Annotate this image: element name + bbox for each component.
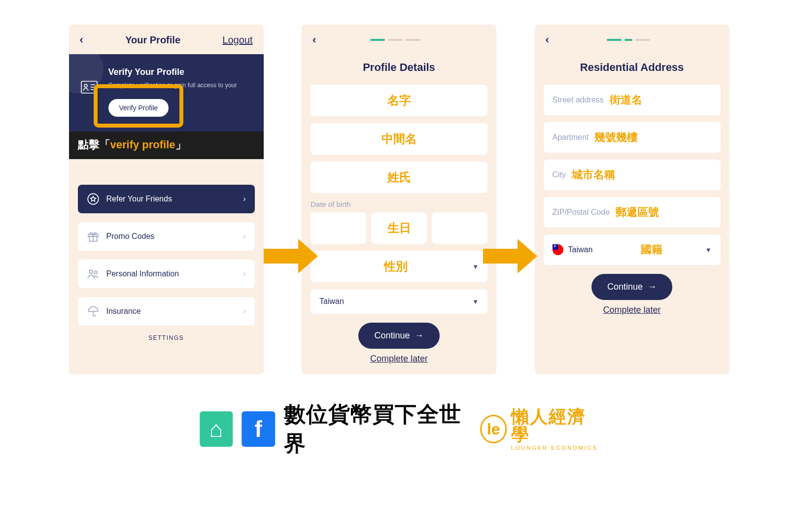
overlay-label: 國籍 xyxy=(598,242,705,257)
overlay-label: 名字 xyxy=(319,93,479,108)
callout-suffix: 」 xyxy=(175,138,186,151)
menu-item-refer[interactable]: Refer Your Friends › xyxy=(78,185,255,213)
chevron-down-icon: ▼ xyxy=(472,298,479,305)
menu-label: Promo Codes xyxy=(106,232,243,241)
placeholder: City xyxy=(553,170,566,179)
callout-highlight: verify profile xyxy=(110,138,175,151)
middle-name-field[interactable]: 中間名 xyxy=(311,123,487,155)
apartment-field[interactable]: Apartment 幾號幾樓 xyxy=(544,122,721,153)
screen-residential-address: ‹ Residential Address Street address 街道名… xyxy=(535,25,729,374)
overlay-label: 姓氏 xyxy=(319,169,479,185)
header: ‹ xyxy=(535,25,729,49)
arrow-right-icon: → xyxy=(415,331,424,341)
arrow-right-icon: → xyxy=(648,282,657,292)
first-name-field[interactable]: 名字 xyxy=(311,85,487,116)
app-logo-icon: ⌂ xyxy=(200,411,233,447)
progress-bar xyxy=(538,39,719,41)
page-title: Residential Address xyxy=(535,61,729,74)
lounger-en-text: LOUNGER ECONOMICS xyxy=(511,445,599,451)
form: Street address 街道名 Apartment 幾號幾樓 City 城… xyxy=(535,85,729,265)
menu-item-personal[interactable]: Personal Information › xyxy=(78,260,255,288)
svg-point-6 xyxy=(94,271,97,273)
chevron-right-icon: › xyxy=(243,232,245,241)
page-title: Profile Details xyxy=(302,61,496,74)
callout-prefix: 點擊「 xyxy=(78,138,110,151)
overlay-label: 街道名 xyxy=(610,93,642,107)
verify-desc: Complete verification to gain full acces… xyxy=(108,81,254,90)
annotation-arrow-2 xyxy=(483,239,537,273)
lounger-cn-text: 懶人經濟學 xyxy=(511,408,599,443)
id-card-icon xyxy=(81,81,98,94)
verify-profile-button[interactable]: Verify Profile xyxy=(108,99,169,117)
city-field[interactable]: City 城市名稱 xyxy=(544,160,721,190)
button-label: Continue xyxy=(374,331,410,341)
country-select[interactable]: Taiwan 國籍 ▼ xyxy=(544,234,721,265)
taiwan-flag-icon xyxy=(553,244,563,255)
street-field[interactable]: Street address 街道名 xyxy=(544,85,721,115)
lounger-economics-logo: le 懶人經濟學 LOUNGER ECONOMICS xyxy=(480,408,598,451)
progress-step-2 xyxy=(388,39,403,41)
selected-value: Taiwan xyxy=(568,245,593,254)
dob-month-field[interactable]: 生日 xyxy=(371,212,427,244)
chevron-right-icon: › xyxy=(243,195,245,203)
progress-step-3 xyxy=(635,39,650,41)
verify-title: Verify Your Profile xyxy=(108,67,254,77)
progress-step-3 xyxy=(406,39,420,41)
overlay-label: 性別 xyxy=(319,259,472,274)
last-name-field[interactable]: 姓氏 xyxy=(311,162,487,193)
selected-value: Taiwan xyxy=(319,297,472,306)
page-title: Your Profile xyxy=(125,34,180,46)
verify-card: Verify Your Profile Complete verificatio… xyxy=(69,54,264,132)
screen-profile-details: ‹ Profile Details 名字 中間名 姓氏 Date of birt… xyxy=(302,25,496,374)
menu-item-insurance[interactable]: Insurance › xyxy=(78,297,255,326)
annotation-callout: 點擊「verify profile」 xyxy=(69,132,264,159)
menu-label: Insurance xyxy=(106,307,243,316)
svg-point-1 xyxy=(84,84,87,87)
menu-list: Refer Your Friends › Promo Codes › Perso… xyxy=(69,159,264,341)
placeholder: ZIP/Postal Code xyxy=(553,208,610,217)
continue-button[interactable]: Continue→ xyxy=(591,274,672,300)
footer-slogan: 數位貨幣買下全世界 xyxy=(284,400,471,458)
header: ‹ xyxy=(302,25,496,49)
button-label: Continue xyxy=(607,282,643,292)
overlay-label: 郵遞區號 xyxy=(616,205,659,220)
complete-later-link[interactable]: Complete later xyxy=(302,354,496,364)
facebook-icon: f xyxy=(242,411,275,447)
dob-row: 生日 xyxy=(302,212,496,244)
dob-label: Date of birth xyxy=(302,200,496,208)
menu-label: Refer Your Friends xyxy=(106,195,243,203)
chevron-down-icon: ▼ xyxy=(705,246,712,254)
logout-link[interactable]: Logout xyxy=(222,34,252,46)
zip-field[interactable]: ZIP/Postal Code 郵遞區號 xyxy=(544,197,721,228)
menu-label: Personal Information xyxy=(106,269,243,278)
star-icon xyxy=(87,193,100,205)
settings-label: SETTINGS xyxy=(78,334,255,341)
placeholder: Apartment xyxy=(553,133,589,142)
progress-bar xyxy=(305,39,486,41)
svg-point-5 xyxy=(89,270,93,273)
chevron-down-icon: ▼ xyxy=(472,263,479,270)
gift-icon xyxy=(87,230,100,243)
progress-step-2 xyxy=(625,39,632,41)
complete-later-link[interactable]: Complete later xyxy=(535,305,729,315)
overlay-label: 中間名 xyxy=(319,131,479,147)
footer-branding: ⌂ f 數位貨幣買下全世界 le 懶人經濟學 LOUNGER ECONOMICS xyxy=(200,400,599,458)
placeholder: Street address xyxy=(553,96,604,104)
continue-button[interactable]: Continue→ xyxy=(358,323,439,349)
overlay-label: 城市名稱 xyxy=(572,167,615,182)
country-select[interactable]: Taiwan ▼ xyxy=(311,289,487,314)
umbrella-icon xyxy=(87,305,100,318)
gender-select[interactable]: 性別 ▼ xyxy=(311,251,487,282)
menu-item-promo[interactable]: Promo Codes › xyxy=(78,222,255,251)
dob-day-field[interactable] xyxy=(311,212,366,244)
screen-profile: ‹ Your Profile Logout Verify Your Profil… xyxy=(69,25,264,374)
header: ‹ Your Profile Logout xyxy=(69,25,264,51)
chevron-right-icon: › xyxy=(243,269,245,278)
lounger-icon: le xyxy=(480,415,507,443)
dob-year-field[interactable] xyxy=(432,212,487,244)
annotation-arrow-1 xyxy=(264,239,318,273)
form: 名字 中間名 姓氏 xyxy=(302,85,496,193)
progress-step-1 xyxy=(607,39,622,41)
people-icon xyxy=(87,267,100,280)
svg-point-2 xyxy=(88,194,99,204)
